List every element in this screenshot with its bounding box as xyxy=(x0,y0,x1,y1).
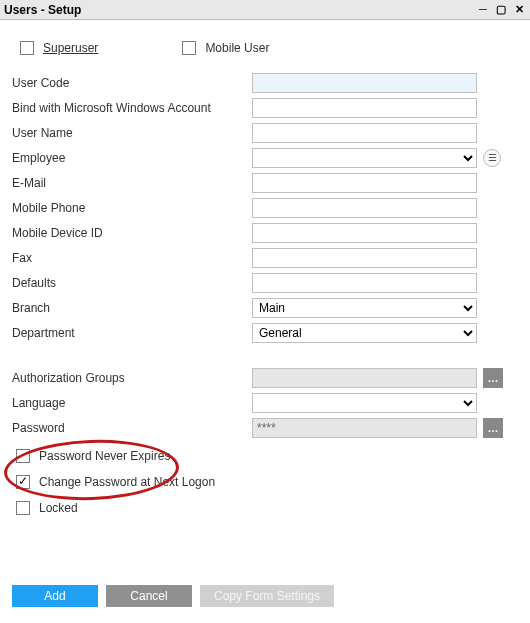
close-icon[interactable]: ✕ xyxy=(512,3,526,17)
change-next-logon-checkbox[interactable]: Change Password at Next Logon xyxy=(12,472,518,492)
mobile-device-id-input[interactable] xyxy=(252,223,477,243)
password-browse-icon[interactable]: … xyxy=(483,418,503,438)
user-name-label: User Name xyxy=(12,126,252,140)
copy-form-settings-button: Copy Form Settings xyxy=(200,585,334,607)
locked-checkbox[interactable]: Locked xyxy=(12,498,518,518)
add-button[interactable]: Add xyxy=(12,585,98,607)
window-controls: ─ ▢ ✕ xyxy=(476,3,526,17)
fax-label: Fax xyxy=(12,251,252,265)
employee-select[interactable] xyxy=(252,148,477,168)
language-select[interactable] xyxy=(252,393,477,413)
superuser-label: Superuser xyxy=(43,41,98,55)
restore-icon[interactable]: ▢ xyxy=(494,3,508,17)
user-code-label: User Code xyxy=(12,76,252,90)
pwd-never-expires-label: Password Never Expires xyxy=(39,449,170,463)
cancel-button[interactable]: Cancel xyxy=(106,585,192,607)
auth-groups-label: Authorization Groups xyxy=(12,371,252,385)
defaults-input[interactable] xyxy=(252,273,477,293)
employee-detail-icon[interactable]: ☰ xyxy=(483,149,501,167)
form-body: Superuser Mobile User User Code Bind wit… xyxy=(0,20,530,623)
mobile-device-id-label: Mobile Device ID xyxy=(12,226,252,240)
employee-label: Employee xyxy=(12,151,252,165)
password-field: **** xyxy=(252,418,477,438)
user-name-input[interactable] xyxy=(252,123,477,143)
bind-win-input[interactable] xyxy=(252,98,477,118)
department-select[interactable]: General xyxy=(252,323,477,343)
window-title: Users - Setup xyxy=(4,3,81,17)
mobile-user-checkbox[interactable]: Mobile User xyxy=(178,38,269,58)
mobile-phone-input[interactable] xyxy=(252,198,477,218)
bind-win-label: Bind with Microsoft Windows Account xyxy=(12,101,252,115)
password-label: Password xyxy=(12,421,252,435)
branch-label: Branch xyxy=(12,301,252,315)
email-input[interactable] xyxy=(252,173,477,193)
titlebar: Users - Setup ─ ▢ ✕ xyxy=(0,0,530,20)
language-label: Language xyxy=(12,396,252,410)
mobile-phone-label: Mobile Phone xyxy=(12,201,252,215)
department-label: Department xyxy=(12,326,252,340)
mobile-user-label: Mobile User xyxy=(205,41,269,55)
change-next-logon-input[interactable] xyxy=(16,475,30,489)
superuser-checkbox[interactable]: Superuser xyxy=(16,38,98,58)
defaults-label: Defaults xyxy=(12,276,252,290)
fax-input[interactable] xyxy=(252,248,477,268)
change-next-logon-label: Change Password at Next Logon xyxy=(39,475,215,489)
locked-label: Locked xyxy=(39,501,78,515)
pwd-never-expires-checkbox[interactable]: Password Never Expires xyxy=(12,446,518,466)
auth-groups-field xyxy=(252,368,477,388)
branch-select[interactable]: Main xyxy=(252,298,477,318)
user-code-input[interactable] xyxy=(252,73,477,93)
minimize-icon[interactable]: ─ xyxy=(476,3,490,17)
auth-groups-browse-icon[interactable]: … xyxy=(483,368,503,388)
locked-input[interactable] xyxy=(16,501,30,515)
mobile-user-input[interactable] xyxy=(182,41,196,55)
pwd-never-expires-input[interactable] xyxy=(16,449,30,463)
superuser-input[interactable] xyxy=(20,41,34,55)
email-label: E-Mail xyxy=(12,176,252,190)
